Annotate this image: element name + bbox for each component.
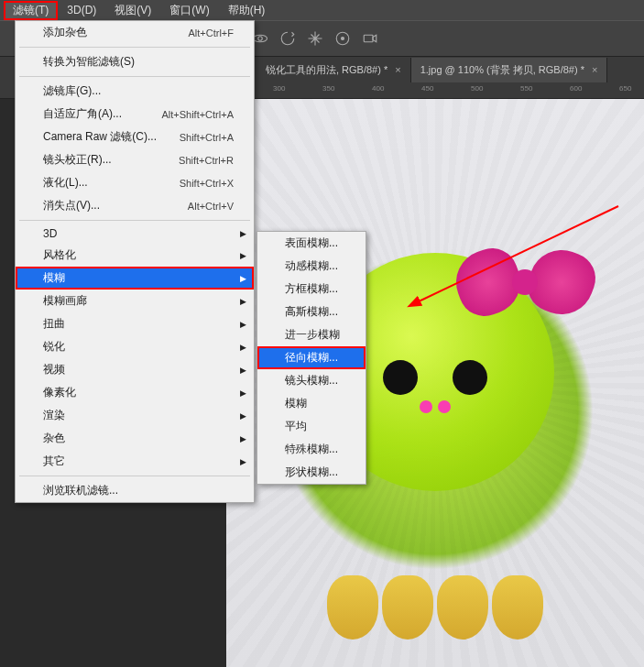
close-icon[interactable]: × — [395, 64, 400, 75]
submenu-lens-blur[interactable]: 镜头模糊... — [257, 369, 366, 392]
menu-item-adaptive-wide[interactable]: 自适应广角(A)...Alt+Shift+Ctrl+A — [16, 103, 254, 126]
menu-item-label: 渲染 — [43, 408, 65, 423]
menu-item-label: 高斯模糊... — [285, 304, 338, 320]
menu-item-label: 消失点(V)... — [43, 198, 100, 213]
menu-item-label: 风格化 — [43, 247, 76, 263]
chevron-right-icon: ▶ — [240, 434, 246, 443]
menu-item-shortcut: Shift+Ctrl+X — [180, 178, 234, 189]
move3d-icon[interactable] — [307, 30, 323, 47]
menu-item-filter-gallery[interactable]: 滤镜库(G)... — [16, 80, 254, 103]
menu-item-label: 模糊 — [285, 396, 307, 411]
menu-item-label: 模糊 — [43, 270, 65, 286]
tab-label: 1.jpg @ 110% (背景 拷贝, RGB/8#) * — [420, 63, 584, 77]
menu-item-other[interactable]: 其它▶ — [16, 450, 254, 473]
menu-item-label: 锐化 — [43, 339, 65, 355]
filter-menu-dropdown: 添加杂色 Alt+Ctrl+F 转换为智能滤镜(S) 滤镜库(G)... 自适应… — [15, 20, 255, 503]
menu-item-video[interactable]: 视频▶ — [16, 358, 254, 381]
menu-3d[interactable]: 3D(D) — [58, 2, 105, 18]
menu-item-label: 镜头模糊... — [285, 373, 338, 388]
menu-item-stylize[interactable]: 风格化▶ — [16, 244, 254, 267]
menu-item-label: 方框模糊... — [285, 281, 338, 297]
menu-item-smart-filter[interactable]: 转换为智能滤镜(S) — [16, 50, 254, 73]
menu-item-label: 3D — [43, 227, 57, 240]
menu-item-label: 镜头校正(R)... — [43, 152, 112, 168]
menu-item-sharpen[interactable]: 锐化▶ — [16, 335, 254, 358]
menu-help[interactable]: 帮助(H) — [219, 1, 275, 20]
menu-item-label: 径向模糊... — [285, 350, 338, 366]
ruler-tick-label: 500 — [471, 84, 483, 93]
menu-item-3d[interactable]: 3D▶ — [16, 224, 254, 244]
submenu-surface-blur[interactable]: 表面模糊... — [257, 232, 366, 255]
menu-item-noise[interactable]: 杂色▶ — [16, 427, 254, 450]
menu-item-lens-correct[interactable]: 镜头校正(R)...Shift+Ctrl+R — [16, 148, 254, 171]
menu-item-label: 视频 — [43, 362, 65, 377]
close-icon[interactable]: × — [592, 64, 597, 75]
chevron-right-icon: ▶ — [240, 343, 246, 352]
menu-item-camera-raw[interactable]: Camera Raw 滤镜(C)...Shift+Ctrl+A — [16, 126, 254, 148]
separator — [19, 220, 250, 221]
menu-item-label: 添加杂色 — [43, 25, 87, 40]
menu-item-liquify[interactable]: 液化(L)...Shift+Ctrl+X — [16, 171, 254, 194]
scale-icon[interactable] — [334, 30, 351, 47]
menu-window[interactable]: 窗口(W) — [160, 1, 218, 20]
tab-document-2[interactable]: 1.jpg @ 110% (背景 拷贝, RGB/8#) * × — [411, 58, 608, 82]
submenu-blur[interactable]: 模糊 — [257, 392, 366, 415]
ruler-tick-label: 550 — [520, 84, 532, 93]
menu-item-label: 杂色 — [43, 431, 65, 446]
submenu-gaussian-blur[interactable]: 高斯模糊... — [257, 301, 366, 323]
menu-item-label: 平均 — [285, 419, 307, 434]
menu-item-shortcut: Alt+Ctrl+F — [188, 27, 234, 38]
menu-item-label: 液化(L)... — [43, 175, 88, 191]
menu-item-render[interactable]: 渲染▶ — [16, 404, 254, 427]
menu-item-label: 动感模糊... — [285, 258, 338, 274]
chevron-right-icon: ▶ — [240, 457, 246, 466]
menu-item-label: 形状模糊... — [285, 465, 338, 480]
submenu-motion-blur[interactable]: 动感模糊... — [257, 255, 366, 278]
separator — [19, 476, 250, 476]
tab-document-1[interactable]: 锐化工具的用法, RGB/8#) * × — [257, 58, 411, 82]
submenu-smart-blur[interactable]: 特殊模糊... — [257, 438, 366, 461]
separator — [19, 47, 250, 48]
menu-item-label: 转换为智能滤镜(S) — [43, 54, 135, 70]
menu-item-blur[interactable]: 模糊▶ — [16, 267, 254, 290]
menu-item-blur-gallery[interactable]: 模糊画廊▶ — [16, 290, 254, 312]
ruler-tick-label: 300 — [273, 84, 285, 93]
menu-item-label: 表面模糊... — [285, 235, 338, 251]
menu-item-label: 其它 — [43, 454, 65, 469]
menu-filter[interactable]: 滤镜(T) — [4, 1, 58, 20]
menu-item-browse-online[interactable]: 浏览联机滤镜... — [16, 479, 254, 502]
menu-item-pixelate[interactable]: 像素化▶ — [16, 381, 254, 404]
chevron-right-icon: ▶ — [240, 320, 246, 329]
ruler-tick-label: 600 — [570, 84, 582, 93]
ruler-tick-label: 400 — [372, 84, 384, 93]
rotate-icon[interactable] — [279, 30, 296, 47]
chevron-right-icon: ▶ — [240, 251, 246, 260]
submenu-further-blur[interactable]: 进一步模糊 — [257, 323, 366, 346]
submenu-average[interactable]: 平均 — [257, 415, 366, 438]
menu-item-label: 进一步模糊 — [285, 327, 340, 343]
menu-item-label: 像素化 — [43, 385, 76, 400]
chevron-right-icon: ▶ — [240, 388, 246, 398]
tab-label: 锐化工具的用法, RGB/8#) * — [266, 63, 387, 77]
submenu-radial-blur[interactable]: 径向模糊... — [257, 346, 366, 369]
menu-item-label: 滤镜库(G)... — [43, 83, 101, 99]
menu-item-shortcut: Shift+Ctrl+A — [180, 132, 234, 143]
svg-point-7 — [342, 38, 344, 40]
chevron-right-icon: ▶ — [240, 297, 246, 306]
chevron-right-icon: ▶ — [240, 229, 246, 238]
menu-item-label: 特殊模糊... — [285, 442, 338, 457]
chevron-right-icon: ▶ — [240, 411, 246, 421]
submenu-shape-blur[interactable]: 形状模糊... — [257, 461, 366, 484]
camera-icon[interactable] — [362, 30, 378, 47]
chevron-right-icon: ▶ — [240, 274, 246, 283]
ruler-tick-label: 650 — [619, 84, 631, 93]
submenu-box-blur[interactable]: 方框模糊... — [257, 278, 366, 301]
menu-item-shortcut: Alt+Ctrl+V — [188, 201, 234, 212]
menu-item-add-noise[interactable]: 添加杂色 Alt+Ctrl+F — [16, 21, 254, 44]
menu-item-distort[interactable]: 扭曲▶ — [16, 312, 254, 335]
menu-view[interactable]: 视图(V) — [105, 1, 160, 20]
svg-rect-8 — [364, 35, 373, 42]
menu-item-vanishing[interactable]: 消失点(V)...Alt+Ctrl+V — [16, 194, 254, 217]
blur-submenu: 表面模糊... 动感模糊... 方框模糊... 高斯模糊... 进一步模糊 径向… — [257, 231, 366, 485]
menu-item-label: 浏览联机滤镜... — [43, 483, 118, 498]
